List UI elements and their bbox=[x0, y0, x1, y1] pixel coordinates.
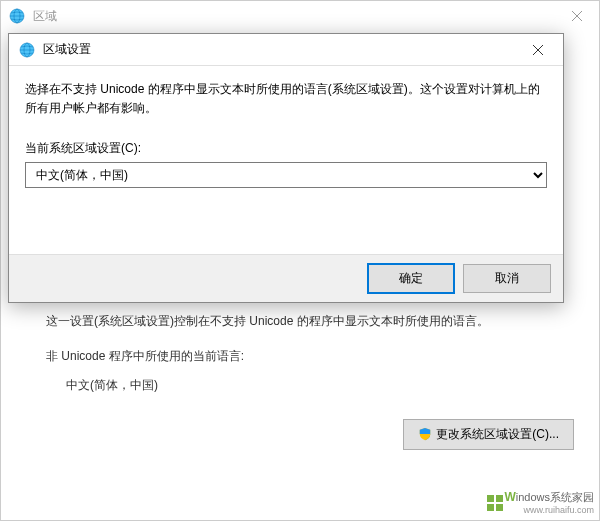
shield-icon bbox=[418, 427, 432, 441]
cancel-button[interactable]: 取消 bbox=[463, 264, 551, 293]
modal-close-button[interactable] bbox=[523, 35, 553, 65]
region-settings-dialog: 区域设置 选择在不支持 Unicode 的程序中显示文本时所使用的语言(系统区域… bbox=[8, 33, 564, 303]
svg-rect-10 bbox=[487, 495, 494, 502]
current-locale-value: 中文(简体，中国) bbox=[66, 377, 574, 394]
windows-logo-icon bbox=[486, 494, 504, 512]
modal-titlebar: 区域设置 bbox=[9, 34, 563, 66]
locale-select[interactable]: 中文(简体，中国) bbox=[25, 162, 547, 188]
globe-icon bbox=[19, 42, 35, 58]
change-button-label: 更改系统区域设置(C)... bbox=[436, 426, 559, 443]
parent-close-button[interactable] bbox=[554, 1, 599, 31]
current-language-label: 非 Unicode 程序中所使用的当前语言: bbox=[46, 348, 574, 365]
modal-title: 区域设置 bbox=[43, 41, 91, 58]
watermark: Windows系统家园 www.ruihaifu.com bbox=[486, 490, 594, 515]
parent-titlebar: 区域 bbox=[1, 1, 599, 31]
change-locale-button[interactable]: 更改系统区域设置(C)... bbox=[403, 419, 574, 450]
close-icon bbox=[533, 45, 543, 55]
parent-description: 这一设置(系统区域设置)控制在不支持 Unicode 的程序中显示文本时所使用的… bbox=[46, 311, 574, 333]
parent-content: 这一设置(系统区域设置)控制在不支持 Unicode 的程序中显示文本时所使用的… bbox=[1, 301, 599, 460]
svg-rect-11 bbox=[496, 495, 503, 502]
watermark-text: Windows系统家园 bbox=[504, 490, 594, 504]
globe-icon bbox=[9, 8, 25, 24]
watermark-url: www.ruihaifu.com bbox=[504, 505, 594, 515]
modal-description: 选择在不支持 Unicode 的程序中显示文本时所使用的语言(系统区域设置)。这… bbox=[25, 80, 547, 118]
svg-rect-12 bbox=[487, 504, 494, 511]
close-icon bbox=[572, 11, 582, 21]
svg-rect-13 bbox=[496, 504, 503, 511]
modal-footer: 确定 取消 bbox=[9, 254, 563, 302]
ok-button[interactable]: 确定 bbox=[367, 263, 455, 294]
modal-body: 选择在不支持 Unicode 的程序中显示文本时所使用的语言(系统区域设置)。这… bbox=[9, 66, 563, 202]
parent-window-title: 区域 bbox=[33, 8, 57, 25]
locale-select-label: 当前系统区域设置(C): bbox=[25, 140, 547, 157]
